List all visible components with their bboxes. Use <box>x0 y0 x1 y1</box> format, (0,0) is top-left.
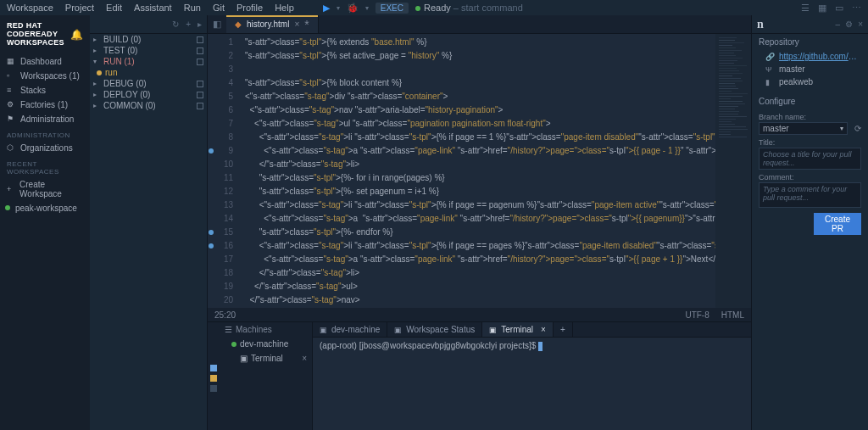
machine-item[interactable]: dev-machine <box>220 337 312 351</box>
branch-icon: Ψ <box>765 65 774 74</box>
bookmark-icon: ▮ <box>765 78 774 87</box>
close-panel-icon[interactable]: × <box>858 20 863 29</box>
language-mode[interactable]: HTML <box>721 310 744 320</box>
add-icon[interactable]: + <box>186 20 191 29</box>
terminal-tab[interactable]: ▣Workspace Status <box>387 322 482 337</box>
brand-text: RED HAT CODEREADY WORKSPACES <box>7 22 64 47</box>
terminal-tab[interactable]: ▣dev-machine <box>313 322 387 337</box>
tree-item[interactable]: ▸BUILD (0) <box>90 34 207 45</box>
menubar: Workspace Project Edit Assistant Run Git… <box>0 0 868 15</box>
terminal-body[interactable]: (app-root) [jboss@workspacevbpjgg8wbgokc… <box>313 338 751 430</box>
terminal-prompt: (app-root) [jboss@workspacevbpjgg8wbgokc… <box>320 341 538 350</box>
git-panel: n – ⚙ × Repository 🔗https://github.com/p… <box>751 15 868 430</box>
tree-item[interactable]: ▸COMMON (0) <box>90 100 207 111</box>
admin-heading: ADMINISTRATION <box>0 126 90 141</box>
reload-icon[interactable]: ↻ <box>172 20 179 29</box>
minimap[interactable] <box>715 34 751 308</box>
command-explorer: ↻ + ▸ ▸BUILD (0)▸TEST (0)▾RUN (1)run▸DEB… <box>90 15 208 430</box>
minimize-icon[interactable]: – <box>836 20 841 29</box>
title-label: Title: <box>752 135 868 148</box>
sidebar-item[interactable]: peak-workspace <box>0 201 90 215</box>
repository-heading: Repository <box>752 34 868 50</box>
tree-item[interactable]: ▸DEPLOY (0) <box>90 89 207 100</box>
branch-row[interactable]: Ψmaster <box>752 63 868 75</box>
panel-icon[interactable]: ▭ <box>835 3 843 14</box>
gear-icon[interactable]: ⚙ <box>845 20 853 29</box>
more-icon[interactable]: ⋯ <box>852 3 861 14</box>
arrow-icon[interactable]: ▸ <box>198 20 202 29</box>
bell-icon[interactable]: 🔔 <box>70 29 83 41</box>
list-icon[interactable]: ☰ <box>801 3 810 14</box>
refresh-icon[interactable]: ⟳ <box>854 124 861 133</box>
terminal-add[interactable]: + <box>554 322 573 337</box>
terminal-area: ▣dev-machine▣Workspace Status▣Terminal×+… <box>313 322 751 430</box>
topbar-right-icons: ☰ ▦ ▭ ⋯ <box>801 3 861 14</box>
link-icon: 🔗 <box>765 53 774 61</box>
file-icon: ◆ <box>235 20 242 29</box>
menu-git[interactable]: Git <box>213 3 225 13</box>
terminal-cursor <box>538 342 542 351</box>
ready-status: Ready – start command <box>415 3 523 13</box>
branch-select[interactable]: master▾ <box>759 122 848 135</box>
menu-help[interactable]: Help <box>275 3 294 13</box>
cursor-position: 25:20 <box>214 310 236 320</box>
brand: RED HAT CODEREADY WORKSPACES 🔔 <box>0 19 90 54</box>
sidebar-item[interactable]: ▦Dashboard <box>0 54 90 69</box>
sidebar-item[interactable]: ▫Workspaces (1) <box>0 69 90 83</box>
tree-item[interactable]: ▾RUN (1) <box>90 56 207 67</box>
menu-edit[interactable]: Edit <box>106 3 122 13</box>
tab-label: history.html <box>247 20 289 29</box>
gutter-icon[interactable] <box>210 375 217 382</box>
pr-title-input[interactable]: Choose a title for your pull request... <box>759 148 861 170</box>
create-pr-button[interactable]: Create PR <box>814 213 861 235</box>
machines-panel: ☰ Machines dev-machine ▣ Terminal × <box>220 322 313 430</box>
panel-gutter <box>208 322 220 430</box>
editor-area: ◧ ◆ history.html × * 1234567891011121314… <box>208 15 751 430</box>
debug-icon[interactable]: 🐞 <box>347 3 359 14</box>
configure-heading: Configure <box>752 93 868 109</box>
bottom-panel: ☰ Machines dev-machine ▣ Terminal × ▣dev… <box>208 321 751 430</box>
explorer-toolbar: ↻ + ▸ <box>90 15 207 34</box>
sidebar-item[interactable]: ⚑Administration <box>0 112 90 126</box>
git-panel-header: n – ⚙ × <box>752 15 868 34</box>
play-chevron-icon[interactable]: ▾ <box>337 4 340 12</box>
code-editor[interactable]: 1234567891011121314151617181920212223242… <box>208 34 751 308</box>
sidebar-item[interactable]: ⬡Organizations <box>0 141 90 155</box>
tab-dirty-indicator: * <box>304 19 309 31</box>
exec-badge[interactable]: EXEC <box>376 3 409 14</box>
gutter-icon[interactable] <box>210 365 217 371</box>
encoding: UTF-8 <box>685 310 709 320</box>
terminal-tabs: ▣dev-machine▣Workspace Status▣Terminal×+ <box>313 322 751 338</box>
sidebar-item[interactable]: ≡Stacks <box>0 83 90 98</box>
repo-name-row[interactable]: ▮peakweb <box>752 75 868 88</box>
terminal-item[interactable]: ▣ Terminal × <box>220 351 312 366</box>
tree-item[interactable]: run <box>90 67 207 78</box>
menu-workspace[interactable]: Workspace <box>7 3 53 13</box>
pr-comment-input[interactable]: Type a comment for your pull request... <box>759 182 861 208</box>
debug-chevron-icon[interactable]: ▾ <box>365 4 369 12</box>
menu-run[interactable]: Run <box>184 3 201 13</box>
git-brand-icon: n <box>757 18 764 31</box>
terminal-tab[interactable]: ▣Terminal× <box>482 322 554 337</box>
line-numbers: 1234567891011121314151617181920212223242… <box>214 34 238 308</box>
tree-item[interactable]: ▸TEST (0) <box>90 45 207 56</box>
tab-left-icon[interactable]: ◧ <box>208 15 226 33</box>
editor-tabbar: ◧ ◆ history.html × * <box>208 15 751 34</box>
tree-item[interactable]: ▸DEBUG (0) <box>90 78 207 89</box>
play-icon[interactable]: ▶ <box>323 3 330 14</box>
sidebar-item[interactable]: ⚙Factories (1) <box>0 98 90 112</box>
menu-profile[interactable]: Profile <box>236 3 263 13</box>
recent-heading: RECENT WORKSPACES <box>0 155 90 177</box>
menu-assistant[interactable]: Assistant <box>134 3 172 13</box>
tab-close-icon[interactable]: × <box>294 20 299 29</box>
branch-name-label: Branch name: <box>752 109 868 122</box>
menu-project[interactable]: Project <box>65 3 94 13</box>
tab-history-html[interactable]: ◆ history.html × * <box>226 15 319 33</box>
gutter-icon[interactable] <box>210 385 217 392</box>
comment-label: Comment: <box>752 170 868 182</box>
code-content[interactable]: "s-attr">class="s-tpl">{% extends "base.… <box>238 34 715 308</box>
grid-icon[interactable]: ▦ <box>818 3 826 14</box>
left-sidebar: RED HAT CODEREADY WORKSPACES 🔔 ▦Dashboar… <box>0 15 90 430</box>
repo-url-row[interactable]: 🔗https://github.com/peak-oss/peakw... <box>752 50 868 63</box>
sidebar-item[interactable]: +Create Workspace <box>0 177 90 201</box>
